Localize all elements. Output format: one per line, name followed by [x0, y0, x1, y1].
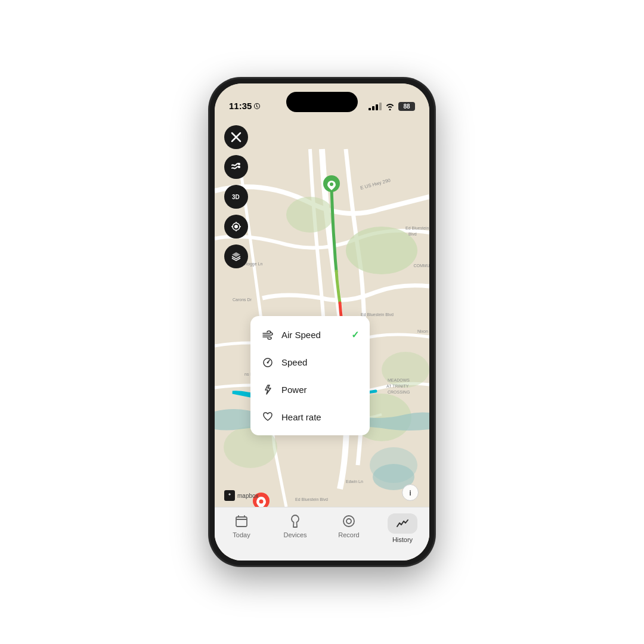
svg-text:Ed Bluestein Blvd: Ed Bluestein Blvd: [361, 312, 394, 317]
wifi-icon: [385, 103, 395, 110]
svg-text:Blvd: Blvd: [408, 232, 417, 236]
svg-text:Nixon Ln: Nixon Ln: [417, 329, 429, 333]
battery-level: 88: [403, 103, 410, 110]
power-icon: [261, 383, 274, 396]
devices-label: Devices: [283, 531, 306, 538]
layers-button[interactable]: [224, 244, 248, 268]
history-label: History: [392, 536, 413, 543]
today-label: Today: [233, 531, 250, 538]
power-label: Power: [281, 385, 307, 395]
route-style-icon: [231, 162, 242, 172]
mapbox-logo: mapbox: [224, 490, 259, 501]
svg-text:COMMUNITY: COMMUNITY: [413, 264, 429, 268]
route-style-button[interactable]: [224, 155, 248, 179]
start-pin: [323, 175, 340, 192]
menu-item-speed[interactable]: Speed: [250, 348, 370, 376]
status-time: 11:35: [229, 101, 261, 111]
tab-bar: Today Devices: [215, 507, 429, 561]
svg-point-44: [346, 519, 351, 524]
info-button[interactable]: i: [402, 484, 419, 501]
svg-point-43: [343, 516, 354, 527]
alarm-icon: [253, 103, 261, 110]
svg-point-2: [286, 197, 334, 233]
record-label: Record: [338, 531, 359, 538]
locate-button[interactable]: [224, 215, 248, 239]
close-icon: [231, 132, 242, 143]
svg-point-28: [330, 182, 333, 186]
locate-icon: [231, 221, 242, 232]
toolbar: 3D: [224, 125, 248, 268]
menu-item-power[interactable]: Power: [250, 376, 370, 403]
svg-point-30: [259, 500, 264, 504]
svg-point-1: [346, 227, 417, 274]
signal-bar-3: [376, 104, 378, 110]
svg-text:Carons Dr: Carons Dr: [233, 298, 252, 302]
air-speed-icon: [261, 328, 274, 341]
record-icon: [341, 513, 357, 529]
tab-devices[interactable]: Devices: [268, 513, 322, 538]
history-icon-bg: [388, 513, 417, 534]
signal-bar-4: [379, 103, 382, 110]
tab-today[interactable]: Today: [215, 513, 268, 538]
tab-history[interactable]: History: [376, 513, 429, 543]
mapbox-label: mapbox: [237, 493, 259, 499]
svg-point-42: [267, 362, 269, 364]
phone-frame: 11:35 88: [209, 78, 435, 566]
3d-button[interactable]: 3D: [224, 185, 248, 209]
phone-screen: 11:35 88: [215, 83, 429, 561]
mapbox-logo-icon: [224, 490, 235, 501]
tab-record[interactable]: Record: [322, 513, 376, 538]
speed-icon: [261, 355, 274, 369]
heart-rate-icon: [261, 410, 274, 423]
time-display: 11:35: [229, 101, 252, 111]
svg-point-32: [238, 163, 240, 165]
devices-icon: [287, 513, 303, 529]
signal-bar-1: [369, 108, 371, 110]
svg-text:3D: 3D: [232, 194, 240, 200]
close-button[interactable]: [224, 125, 248, 149]
menu-item-heart-rate[interactable]: Heart rate: [250, 403, 370, 431]
svg-text:AT TRINITY: AT TRINITY: [386, 384, 409, 388]
status-icons: 88: [369, 102, 415, 111]
battery-icon: 88: [398, 102, 415, 111]
dynamic-island: [286, 92, 358, 112]
svg-text:Ed Bluestein: Ed Bluestein: [405, 226, 429, 230]
history-icon: [395, 516, 410, 531]
phone-wrapper: 11:35 88: [209, 78, 435, 566]
svg-point-35: [234, 225, 238, 228]
heart-rate-label: Heart rate: [281, 412, 321, 422]
3d-icon: 3D: [231, 191, 242, 202]
info-label: i: [409, 488, 411, 497]
air-speed-check: ✓: [351, 329, 359, 340]
svg-text:Ed Bluestein Blvd: Ed Bluestein Blvd: [295, 497, 328, 501]
air-speed-label: Air Speed: [281, 330, 321, 340]
dropdown-menu: Air Speed ✓ Speed: [250, 316, 370, 435]
svg-point-33: [238, 166, 240, 168]
signal-bar-2: [372, 106, 374, 110]
menu-item-air-speed[interactable]: Air Speed ✓: [250, 321, 370, 348]
layers-icon: [231, 251, 242, 262]
signal-bars: [369, 103, 382, 110]
svg-text:Edwin Ln: Edwin Ln: [346, 479, 363, 484]
today-icon: [234, 513, 249, 529]
svg-point-5: [382, 352, 429, 388]
svg-text:MEADOWS: MEADOWS: [388, 378, 410, 382]
speed-label: Speed: [281, 357, 307, 367]
svg-text:CROSSING: CROSSING: [388, 390, 410, 394]
